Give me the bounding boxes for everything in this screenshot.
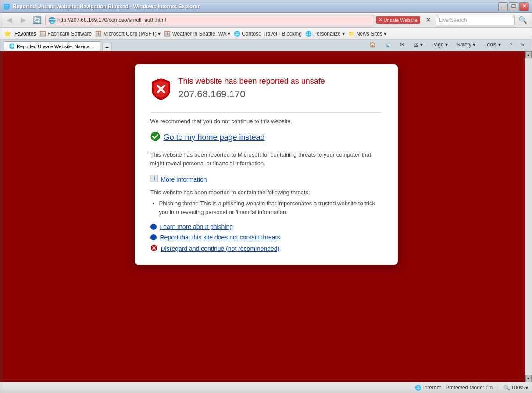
scrollbar[interactable]: ▲ ▼: [525, 51, 532, 382]
address-bar-icon: 🌐: [48, 17, 56, 24]
content-area: ▲ ▼ Th: [0, 51, 532, 382]
status-bar: 🌐 Internet | Protected Mode: On 🔍 100% ▾: [0, 382, 532, 393]
forward-button[interactable]: ▶: [17, 14, 29, 26]
threat-list: Phishing threat: This is a phishing webs…: [159, 199, 382, 216]
zoom-level[interactable]: 🔍 100% ▾: [503, 385, 528, 391]
more-info-label: More information: [161, 176, 207, 183]
warning-title: This website has been reported as unsafe: [179, 77, 325, 86]
title-bar: 🌐 Reported Unsafe Website: Navigation Bl…: [0, 0, 532, 13]
zoom-icon: 🔍: [503, 385, 510, 391]
unsafe-x-icon: ✕: [378, 17, 382, 23]
disregard-icon: [150, 244, 157, 253]
favorites-label: Favorites: [14, 31, 36, 37]
browser-window: 🌐 Reported Unsafe Website: Navigation Bl…: [0, 0, 532, 393]
warning-card: This website has been reported as unsafe…: [135, 64, 398, 265]
contoso-label: Contoso Travel - Blocking: [242, 31, 302, 37]
search-placeholder: Live Search: [439, 17, 467, 23]
weather-icon: 🪟: [164, 31, 171, 37]
learn-more-link[interactable]: Learn more about phishing: [150, 223, 382, 230]
unsafe-badge: ✕ Unsafe Website: [376, 16, 420, 24]
title-bar-buttons: — ❐ ✕: [498, 2, 529, 11]
home-link-text: Go to my home page instead: [164, 133, 265, 142]
favorites-bar: ⭐ Favorites 🪟 Fabrikam Software 🪟 Micros…: [0, 28, 532, 40]
title-bar-icon: 🌐: [3, 3, 10, 10]
warning-ip: 207.68.169.170: [179, 89, 325, 100]
news-label: News Sites ▾: [356, 31, 386, 37]
status-right: 🌐 Internet | Protected Mode: On 🔍 100% ▾: [415, 384, 528, 391]
favorites-star-icon: ⭐: [4, 30, 11, 37]
threat-item-1: Phishing threat: This is a phishing webs…: [159, 199, 382, 216]
favorites-item-personalize[interactable]: 🌐 Personalize ▾: [305, 31, 345, 37]
help-tool-button[interactable]: ?: [506, 39, 517, 50]
globe-icon: 🌐: [415, 385, 421, 391]
more-tool-button[interactable]: »: [517, 39, 528, 50]
favorites-item-microsoft[interactable]: 🪟 Microsoft Corp (MSFT) ▾: [95, 31, 161, 37]
microsoft-label: Microsoft Corp (MSFT) ▾: [103, 31, 161, 37]
home-tool-button[interactable]: 🏠: [365, 39, 380, 50]
warning-title-section: This website has been reported as unsafe…: [179, 77, 325, 107]
learn-more-text: Learn more about phishing: [160, 223, 233, 230]
learn-more-bullet: [150, 224, 157, 230]
print-tool-button[interactable]: 🖨 ▾: [409, 39, 426, 50]
favorites-item-weather[interactable]: 🪟 Weather in Seattle, WA ▾: [164, 31, 230, 37]
fabrikam-icon: 🪟: [39, 31, 46, 37]
new-tab-button[interactable]: +: [102, 43, 112, 51]
status-divider: [498, 384, 498, 391]
disregard-text: Disregard and continue (not recommended): [161, 245, 280, 252]
zoom-text: 100%: [511, 385, 525, 391]
internet-zone-text: Internet |: [423, 385, 444, 391]
svg-text:i: i: [154, 175, 155, 182]
scroll-down[interactable]: ▼: [525, 375, 532, 382]
threat-desc: This website has been reported to Micros…: [150, 150, 382, 168]
disregard-link[interactable]: Disregard and continue (not recommended): [150, 244, 382, 253]
divider-1: [150, 112, 382, 113]
news-folder-icon: 📁: [348, 31, 355, 37]
fabrikam-label: Fabrikam Software: [47, 31, 92, 37]
back-button[interactable]: ◀: [3, 14, 15, 26]
more-info-icon: i: [150, 175, 158, 184]
rss-tool-button[interactable]: 📡: [381, 39, 395, 50]
tab-bar: 🌐 Reported Unsafe Website: Navigation Bl…: [0, 40, 532, 51]
warning-header: This website has been reported as unsafe…: [150, 77, 382, 107]
address-bar[interactable]: 🌐 http://207.68.169.170/contoso/enroll_a…: [45, 15, 374, 25]
close-button[interactable]: ✕: [519, 2, 529, 11]
minimize-button[interactable]: —: [498, 2, 508, 11]
microsoft-icon: 🪟: [95, 31, 102, 37]
recommend-text: We recommend that you do not continue to…: [150, 118, 382, 125]
tab-icon: 🌐: [9, 43, 15, 49]
more-info-toggle[interactable]: i More information: [150, 175, 382, 184]
report-text: Report that this site does not contain t…: [160, 234, 280, 241]
toolbar: 🏠 📡 ✉ 🖨 ▾ Page ▾ Safety ▾ Tools ▾ ? »: [365, 39, 528, 50]
search-bar[interactable]: Live Search: [436, 15, 515, 25]
mail-tool-button[interactable]: ✉: [396, 39, 408, 50]
favorites-item-news[interactable]: 📁 News Sites ▾: [348, 31, 386, 37]
title-bar-text: Reported Unsafe Website: Navigation Bloc…: [13, 4, 498, 10]
personalize-label: Personalize ▾: [313, 31, 345, 37]
favorites-item-contoso[interactable]: 🌐 Contoso Travel - Blocking: [234, 31, 302, 37]
stop-button[interactable]: ✕: [422, 14, 434, 26]
action-links: Learn more about phishing Report that th…: [150, 223, 382, 253]
threats-intro: This website has been reported to contai…: [150, 189, 382, 196]
restore-button[interactable]: ❐: [509, 2, 518, 11]
weather-label: Weather in Seattle, WA ▾: [172, 31, 230, 37]
favorites-item-fabrikam[interactable]: 🪟 Fabrikam Software: [39, 31, 92, 37]
protected-mode-text: Protected Mode: On: [446, 385, 493, 391]
tab-label: Reported Unsafe Website: Navigation Bloc…: [17, 44, 96, 49]
page-tool-button[interactable]: Page ▾: [428, 39, 452, 50]
report-bullet: [150, 234, 157, 240]
shield-icon: [150, 78, 171, 102]
refresh-button[interactable]: 🔄: [31, 14, 43, 26]
navigation-bar: ◀ ▶ 🔄 🌐 http://207.68.169.170/contoso/en…: [0, 13, 532, 28]
active-tab[interactable]: 🌐 Reported Unsafe Website: Navigation Bl…: [4, 41, 100, 51]
search-icon[interactable]: 🔍: [517, 14, 529, 26]
report-link[interactable]: Report that this site does not contain t…: [150, 234, 382, 241]
scroll-track: [525, 58, 532, 375]
safety-tool-button[interactable]: Safety ▾: [453, 39, 479, 50]
contoso-icon: 🌐: [234, 31, 240, 37]
personalize-icon: 🌐: [305, 31, 312, 37]
zoom-arrow: ▾: [525, 385, 528, 391]
tools-tool-button[interactable]: Tools ▾: [480, 39, 504, 50]
home-link[interactable]: Go to my home page instead: [150, 132, 382, 143]
home-link-icon: [150, 132, 160, 143]
scroll-up[interactable]: ▲: [525, 51, 532, 58]
